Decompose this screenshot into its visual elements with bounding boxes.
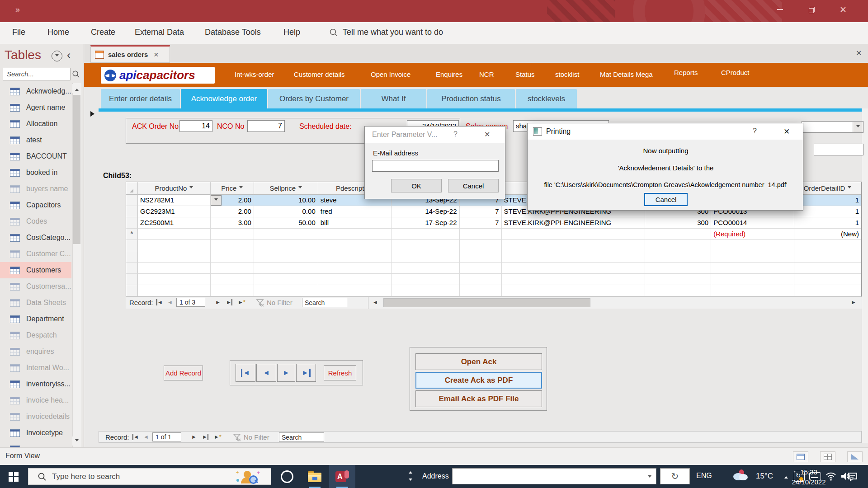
nav-scrollbar-thumb[interactable] bbox=[73, 95, 80, 244]
close-object-icon[interactable]: ✕ bbox=[856, 49, 862, 57]
chevron-down-icon[interactable] bbox=[853, 122, 863, 132]
nav-table-item[interactable]: Internal Wo... bbox=[0, 360, 71, 376]
last-record-icon[interactable]: ► bbox=[202, 434, 208, 440]
action-center-icon[interactable] bbox=[847, 471, 859, 482]
datasheet-row-3[interactable]: ZC2500M1 3.00 50.00 bill 17-Sep-22 7 STE… bbox=[126, 217, 861, 229]
close-button[interactable]: ✕ bbox=[833, 2, 854, 17]
applink-int-wks-order[interactable]: Int-wks-order bbox=[235, 70, 274, 78]
start-button[interactable] bbox=[0, 465, 27, 488]
email-ack-pdf-button[interactable]: Email Ack as PDF File bbox=[415, 390, 542, 407]
form-tab-enter-order-details[interactable]: Enter order details bbox=[101, 89, 180, 108]
open-ack-button[interactable]: Open Ack bbox=[415, 353, 542, 370]
filter-dropdown-icon[interactable] bbox=[848, 186, 851, 190]
nav-table-item[interactable]: Acknwoledg... bbox=[0, 83, 71, 99]
nco-no-field[interactable]: 7 bbox=[247, 120, 285, 132]
help-icon[interactable]: ? bbox=[753, 127, 757, 135]
cancel-button[interactable]: Cancel bbox=[448, 179, 499, 192]
nav-table-item[interactable]: Department bbox=[0, 311, 71, 327]
hscroll-right-icon[interactable]: ► bbox=[851, 299, 856, 305]
filter-dropdown-icon[interactable] bbox=[239, 186, 243, 190]
nav-table-item[interactable]: enquires bbox=[0, 343, 71, 360]
header-combo-box[interactable] bbox=[802, 121, 863, 133]
applink-enquires[interactable]: Enquires bbox=[436, 70, 462, 78]
nav-table-item[interactable]: Data Sheets bbox=[0, 295, 71, 311]
ok-button[interactable]: OK bbox=[391, 179, 442, 192]
weather-icon[interactable] bbox=[732, 469, 753, 484]
no-filter-label[interactable]: No Filter bbox=[267, 299, 292, 306]
nav-table-item[interactable]: Customer C... bbox=[0, 246, 71, 262]
close-icon[interactable]: ✕ bbox=[783, 127, 790, 136]
last-record-icon[interactable]: ► bbox=[226, 299, 232, 305]
nav-search-icon[interactable] bbox=[72, 70, 80, 78]
toolbar-scroll-arrows[interactable] bbox=[406, 469, 417, 485]
previous-record-button[interactable]: ◄ bbox=[256, 364, 276, 382]
nav-table-item[interactable]: inventoryiss... bbox=[0, 376, 71, 392]
applink-ncr[interactable]: NCR bbox=[479, 70, 494, 78]
email-address-input[interactable] bbox=[372, 160, 499, 172]
nav-table-item[interactable]: Invoicetype bbox=[0, 425, 71, 441]
access-taskbar-button[interactable]: A bbox=[329, 465, 355, 488]
applink-stocklist[interactable]: stocklist bbox=[555, 70, 579, 78]
applink-customer-details[interactable]: Customer details bbox=[294, 70, 345, 78]
quick-access-toolbar-chevrons[interactable]: » bbox=[15, 5, 20, 14]
combo-dropdown-icon[interactable] bbox=[211, 195, 222, 206]
record-position[interactable]: 1 of 3 bbox=[176, 298, 205, 307]
menu-file[interactable]: File bbox=[12, 28, 25, 37]
main-search-input[interactable]: Search bbox=[279, 432, 324, 442]
tab-close-icon[interactable]: ✕ bbox=[153, 51, 159, 58]
dialog-title-bar[interactable]: Enter Parameter V... ? ✕ bbox=[365, 127, 505, 143]
chevron-down-icon[interactable] bbox=[648, 475, 651, 479]
taskbar-search-box[interactable]: Type here to search ✦ ✦ bbox=[28, 468, 271, 485]
temperature-label[interactable]: 15°C bbox=[756, 472, 773, 481]
previous-record-icon[interactable]: ◄ bbox=[143, 434, 149, 440]
shutter-collapse-icon[interactable]: ‹ bbox=[67, 49, 71, 61]
ack-order-no-field[interactable]: 14 bbox=[179, 120, 212, 132]
next-record-button[interactable]: ► bbox=[277, 364, 295, 382]
form-tab-stocklevels[interactable]: stocklevels bbox=[516, 89, 577, 108]
create-ack-pdf-button[interactable]: Create Ack as PDF bbox=[415, 372, 542, 389]
filter-dropdown-icon[interactable] bbox=[298, 186, 302, 190]
subform-search-input[interactable]: Search bbox=[302, 298, 347, 307]
form-tab-what-if[interactable]: What If bbox=[361, 89, 426, 108]
productno-cell[interactable]: NS2782M1 bbox=[138, 195, 211, 206]
first-record-icon[interactable]: ◄ bbox=[132, 434, 139, 440]
help-icon[interactable]: ? bbox=[453, 130, 458, 138]
new-record-icon[interactable]: ►* bbox=[214, 434, 222, 440]
hscroll-thumb[interactable] bbox=[383, 298, 590, 307]
address-go-button[interactable]: ↻ bbox=[660, 468, 690, 484]
scroll-up-icon[interactable] bbox=[72, 84, 81, 93]
tab-sales-orders[interactable]: sales orders ✕ bbox=[90, 45, 170, 63]
column-header-price[interactable]: Price bbox=[211, 182, 254, 195]
no-filter-label[interactable]: No Filter bbox=[244, 433, 269, 441]
form-tab-acknowledge-order[interactable]: Acknowledge order bbox=[181, 89, 267, 108]
form-view-button[interactable] bbox=[793, 451, 808, 462]
language-indicator[interactable]: ENG bbox=[696, 472, 712, 480]
minimize-button[interactable] bbox=[769, 2, 790, 17]
next-record-icon[interactable]: ► bbox=[191, 434, 197, 440]
menu-external-data[interactable]: External Data bbox=[135, 28, 184, 37]
nav-table-item[interactable]: CostCatego... bbox=[0, 230, 71, 246]
nav-table-item[interactable]: Capacitors bbox=[0, 197, 71, 213]
column-header-productno[interactable]: ProductNo bbox=[138, 182, 211, 195]
applink-cproduct[interactable]: CProduct bbox=[721, 69, 750, 76]
previous-record-icon[interactable]: ◄ bbox=[167, 299, 173, 305]
file-explorer-button[interactable] bbox=[302, 465, 327, 488]
clock[interactable]: 15:33 24/10/2022 bbox=[788, 466, 829, 487]
column-header-orderdetailid[interactable]: OrderDetailID bbox=[794, 182, 861, 195]
first-record-button[interactable]: ◄ bbox=[236, 364, 255, 382]
applink-status[interactable]: Status bbox=[515, 70, 535, 78]
select-all-corner[interactable] bbox=[126, 182, 138, 195]
new-record-icon[interactable]: ►* bbox=[238, 299, 245, 305]
menu-home[interactable]: Home bbox=[47, 28, 69, 37]
nav-table-item[interactable]: buyers name bbox=[0, 181, 71, 197]
nav-table-item[interactable]: Codes bbox=[0, 213, 71, 230]
nav-table-item[interactable]: invoice hea... bbox=[0, 392, 71, 408]
add-record-button[interactable]: Add Record bbox=[164, 366, 203, 380]
hscroll-left-icon[interactable]: ◄ bbox=[373, 299, 378, 305]
cancel-button[interactable]: Cancel bbox=[644, 193, 688, 206]
scroll-down-icon[interactable] bbox=[72, 436, 81, 446]
applink-open-invoice[interactable]: Open Invoice bbox=[371, 70, 410, 78]
tell-me-search[interactable]: Tell me what you want to do bbox=[343, 28, 443, 37]
design-view-button[interactable] bbox=[847, 451, 863, 462]
filter-dropdown-icon[interactable] bbox=[189, 186, 193, 190]
